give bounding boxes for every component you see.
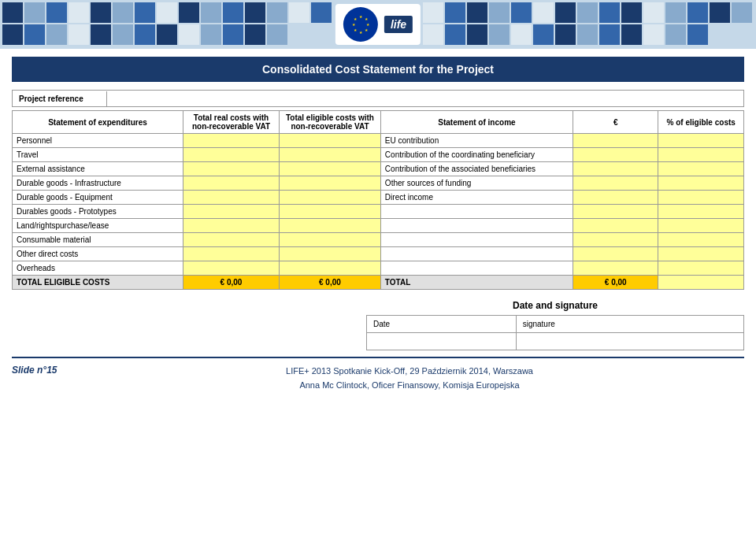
expenditure-cell: Other direct costs	[13, 247, 183, 261]
total-eligible-costs-row: TOTAL ELIGIBLE COSTS € 0,00 € 0,00 TOTAL…	[13, 276, 744, 290]
header-real-costs: Total real costs with non-recoverable VA…	[183, 111, 279, 134]
banner-tile	[46, 24, 67, 45]
table-row: Durables goods - Prototypes	[13, 205, 744, 219]
euro-cell	[573, 233, 658, 247]
main-content: Consolidated Cost Statement for the Proj…	[0, 49, 756, 403]
banner-tile	[665, 2, 686, 23]
eligible-costs-cell	[280, 247, 381, 261]
banner-tile	[2, 24, 23, 45]
eligible-costs-cell	[280, 205, 381, 219]
percent-cell	[658, 176, 744, 191]
slide-number: Slide n°15	[12, 365, 75, 376]
expenditure-cell: Land/rightspurchase/lease	[13, 219, 183, 233]
euro-cell	[573, 261, 658, 276]
income-cell: Direct income	[380, 191, 573, 205]
banner-tile	[533, 24, 554, 45]
table-row: Travel Contribution of the coordinating …	[13, 148, 744, 162]
expenditure-cell: Consumable material	[13, 233, 183, 247]
table-row: Land/rightspurchase/lease	[13, 219, 744, 233]
income-cell	[380, 261, 573, 276]
eligible-costs-cell	[280, 176, 381, 191]
eligible-costs-cell	[280, 219, 381, 233]
euro-cell	[573, 219, 658, 233]
footer-text: LIFE+ 2013 Spotkanie Kick-Off, 29 Paździ…	[75, 365, 744, 392]
banner-tile	[577, 24, 598, 45]
percent-cell	[658, 134, 744, 148]
banner-tile	[91, 2, 111, 23]
header-euro: €	[573, 111, 658, 134]
date-sig-header-row: Date signature	[367, 316, 744, 333]
project-reference-label: Project reference	[13, 91, 107, 106]
footer: Slide n°15 LIFE+ 2013 Spotkanie Kick-Off…	[12, 361, 744, 395]
banner-tile	[489, 2, 510, 23]
banner-tile	[289, 2, 309, 23]
header-expenditures: Statement of expenditures	[13, 111, 183, 134]
banner-tile	[643, 2, 664, 23]
signature-value[interactable]	[516, 333, 743, 350]
banner-tile	[179, 24, 199, 45]
total-percent	[658, 276, 744, 290]
income-cell	[380, 205, 573, 219]
eligible-costs-cell	[280, 148, 381, 162]
table-row: Consumable material	[13, 233, 744, 247]
expenditure-cell: Overheads	[13, 261, 183, 276]
banner-tile	[511, 2, 532, 23]
banner-tile	[91, 24, 111, 45]
date-value[interactable]	[367, 333, 517, 350]
banner-tile	[555, 2, 576, 23]
total-real-costs-value: € 0,00	[183, 276, 279, 290]
signature-label: signature	[516, 316, 743, 333]
banner-tile	[489, 24, 510, 45]
real-costs-cell	[183, 219, 279, 233]
real-costs-cell	[183, 176, 279, 191]
banner-tile	[643, 24, 664, 45]
banner-tile	[687, 2, 708, 23]
banner-tile	[24, 2, 45, 23]
expenditure-cell: External assistance	[13, 162, 183, 176]
date-sig-value-row	[367, 333, 744, 350]
banner-tile	[577, 2, 598, 23]
euro-cell	[573, 176, 658, 191]
expenditure-cell: Personnel	[13, 134, 183, 148]
banner-tile	[621, 2, 642, 23]
income-cell: EU contribution	[380, 134, 573, 148]
banner-tile	[533, 2, 554, 23]
total-income-value: € 0,00	[573, 276, 658, 290]
euro-cell	[573, 247, 658, 261]
percent-cell	[658, 205, 744, 219]
project-reference-value[interactable]	[107, 91, 743, 106]
banner-tile	[157, 24, 177, 45]
banner-tile	[687, 24, 708, 45]
date-signature-container: Date and signature Date signature	[366, 296, 744, 350]
table-row: Overheads	[13, 261, 744, 276]
header-eligible-costs: Total eligible costs with non-recoverabl…	[280, 111, 381, 134]
banner-tile	[710, 2, 730, 23]
percent-cell	[658, 191, 744, 205]
table-row: Other direct costs	[13, 247, 744, 261]
date-signature-title: Date and signature	[366, 296, 744, 315]
banner-tile	[267, 24, 287, 45]
percent-cell	[658, 247, 744, 261]
banner-tile	[732, 2, 752, 23]
footer-line2: Anna Mc Clintock, Oficer Finansowy, Komi…	[75, 379, 744, 393]
real-costs-cell	[183, 233, 279, 247]
banner-tile	[223, 24, 243, 45]
income-cell	[380, 219, 573, 233]
real-costs-cell	[183, 148, 279, 162]
date-label: Date	[367, 316, 517, 333]
income-cell	[380, 247, 573, 261]
footer-line1: LIFE+ 2013 Spotkanie Kick-Off, 29 Paździ…	[75, 365, 744, 379]
cost-statement-table: Statement of expenditures Total real cos…	[12, 110, 744, 290]
total-income-label: TOTAL	[380, 276, 573, 290]
banner-tile	[69, 2, 89, 23]
banner-tile	[245, 2, 265, 23]
banner-tile	[665, 24, 686, 45]
banner-tile	[135, 2, 155, 23]
banner-tile	[135, 24, 155, 45]
euro-cell	[573, 205, 658, 219]
percent-cell	[658, 233, 744, 247]
expenditure-cell: Durables goods - Prototypes	[13, 205, 183, 219]
banner-tile	[555, 24, 576, 45]
banner-tile	[423, 2, 443, 23]
header-income: Statement of income	[380, 111, 573, 134]
